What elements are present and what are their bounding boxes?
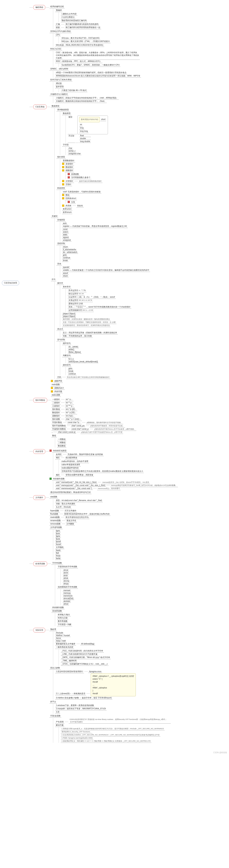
section-file: 文件操作 xyxy=(33,495,45,500)
flag-icon xyxy=(51,387,53,389)
section-programming-basics: 编程基础 xyxy=(33,5,45,10)
section-pointer-array: 指针和数组 xyxy=(33,398,47,403)
flag-icon xyxy=(62,183,64,185)
node: 程序的编写过程 xyxy=(50,5,65,8)
flag-icon xyxy=(50,450,52,452)
flag-icon xyxy=(62,163,64,165)
flag-icon xyxy=(62,169,64,172)
section-practical: 实际应用 xyxy=(33,628,45,632)
flag-icon xyxy=(62,205,64,207)
flag-icon xyxy=(62,194,64,196)
flag-icon xyxy=(68,173,70,175)
flag-icon xyxy=(62,166,64,168)
flag-icon xyxy=(68,176,70,179)
section-stdlib: 标准库函数 xyxy=(33,561,47,566)
flag-icon xyxy=(62,197,64,199)
code-note: #ifdef _cplusplus // __cplusplus是cpp时定义的… xyxy=(91,673,136,696)
watermark: CSDN @听雨客 xyxy=(213,751,227,754)
section-c-basics: C语言基础 xyxy=(33,104,46,109)
flag-icon xyxy=(68,201,70,203)
section-memory: 内存管理 xyxy=(33,449,45,454)
root-node: C语言知识体系 xyxy=(2,281,19,285)
flag-icon xyxy=(51,380,53,382)
flag-icon xyxy=(62,180,64,182)
flag-icon xyxy=(50,478,52,480)
flag-icon xyxy=(51,390,53,393)
